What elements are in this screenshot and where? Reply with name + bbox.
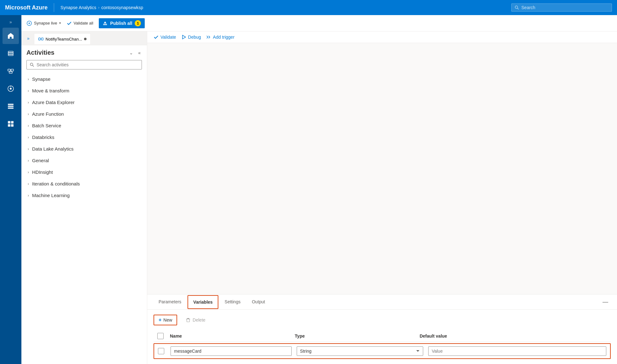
- two-panel: » NotifiyTeamsChan... Activities: [21, 31, 617, 364]
- nav-home[interactable]: [3, 28, 19, 44]
- global-search[interactable]: [511, 3, 612, 12]
- top-bar: Microsoft Azure Synapse Analytics › cont…: [0, 0, 617, 15]
- activities-search-box[interactable]: [26, 60, 142, 69]
- publish-all-button[interactable]: Publish all 1: [99, 18, 145, 28]
- trash-icon: [186, 317, 191, 323]
- canvas-space[interactable]: [147, 43, 617, 294]
- svg-rect-20: [103, 24, 107, 25]
- svg-point-10: [10, 88, 12, 90]
- svg-point-26: [30, 63, 33, 66]
- home-icon: [7, 32, 14, 40]
- hide-panel-btn[interactable]: «: [137, 50, 142, 56]
- azure-brand: Microsoft Azure: [5, 4, 48, 11]
- svg-rect-5: [8, 69, 10, 71]
- search-input[interactable]: [521, 5, 609, 10]
- list-item[interactable]: › Data Lake Analytics: [24, 143, 144, 155]
- search-icon: [515, 5, 519, 10]
- list-item[interactable]: › HDInsight: [24, 166, 144, 178]
- collapse-btn[interactable]: ⌄: [128, 50, 134, 56]
- validate-check-icon: [154, 35, 159, 40]
- minimize-panel-btn[interactable]: —: [600, 297, 611, 306]
- nav-manage[interactable]: [3, 98, 19, 114]
- header-checkbox[interactable]: [157, 333, 164, 339]
- tab-settings[interactable]: Settings: [220, 295, 246, 309]
- validate-all-button[interactable]: Validate all: [64, 19, 97, 28]
- column-type-header: Type: [295, 334, 420, 339]
- list-item[interactable]: › Move & transform: [24, 85, 144, 97]
- chevron-icon: ›: [28, 147, 29, 151]
- list-item[interactable]: › Synapse: [24, 73, 144, 85]
- nav-integrate[interactable]: [3, 63, 19, 79]
- activities-controls: ⌄ «: [128, 50, 142, 56]
- breadcrumb-arrow: ›: [98, 5, 99, 10]
- tab-output[interactable]: Output: [247, 295, 270, 309]
- manage-icon: [7, 102, 14, 110]
- column-name-header: Name: [170, 334, 295, 339]
- variables-table-header: Name Type Default value: [154, 330, 611, 342]
- integrate-icon: [7, 67, 14, 75]
- svg-line-1: [518, 8, 519, 9]
- workspace-name: contososynapsewksp: [101, 5, 143, 10]
- variable-default-input[interactable]: [428, 346, 606, 356]
- list-item[interactable]: › Azure Function: [24, 108, 144, 120]
- second-toolbar: Synapse live ▾ Validate all Publish all …: [21, 15, 617, 31]
- trigger-icon: [206, 35, 211, 40]
- debug-button[interactable]: Debug: [181, 35, 201, 40]
- pipeline-tab-item[interactable]: NotifiyTeamsChan...: [34, 33, 91, 44]
- activities-search-icon: [30, 63, 34, 67]
- synapse-live-icon: [26, 20, 32, 26]
- bottom-tabs-row: Parameters Variables Settings Output —: [147, 295, 617, 310]
- chevron-icon: ›: [28, 112, 29, 116]
- svg-rect-17: [8, 124, 10, 127]
- chevron-icon: ›: [28, 89, 29, 93]
- activities-header: Activities ⌄ «: [21, 45, 147, 59]
- new-variable-button[interactable]: + New: [154, 315, 177, 325]
- variable-type-select[interactable]: String Boolean Integer Array: [297, 346, 423, 356]
- nav-deploy[interactable]: [3, 116, 19, 132]
- debug-play-icon: [181, 35, 186, 40]
- tab-variables[interactable]: Variables: [188, 295, 218, 309]
- svg-rect-15: [8, 121, 10, 124]
- list-item[interactable]: › Databricks: [24, 131, 144, 143]
- nav-data[interactable]: [3, 45, 19, 62]
- row-checkbox[interactable]: [158, 348, 164, 354]
- svg-rect-29: [187, 318, 189, 319]
- nav-monitor[interactable]: [3, 80, 19, 97]
- list-item[interactable]: › Batch Service: [24, 120, 144, 131]
- svg-rect-16: [11, 121, 14, 124]
- chevron-icon: ›: [28, 135, 29, 140]
- panel-expand-btn[interactable]: »: [25, 34, 31, 43]
- svg-rect-13: [8, 106, 14, 107]
- main-layout: »: [0, 15, 617, 364]
- monitor-icon: [7, 85, 14, 92]
- svg-rect-4: [8, 54, 13, 56]
- add-trigger-button[interactable]: Add trigger: [206, 35, 234, 40]
- list-item[interactable]: › Machine Learning: [24, 190, 144, 201]
- chevron-icon: ›: [28, 100, 29, 105]
- delete-variable-button[interactable]: Delete: [181, 315, 210, 325]
- svg-rect-2: [8, 51, 13, 52]
- list-item[interactable]: › Azure Data Explorer: [24, 97, 144, 108]
- synapse-live-selector[interactable]: Synapse live ▾: [26, 20, 61, 26]
- top-bar-divider: [54, 3, 54, 12]
- activities-title: Activities: [26, 49, 54, 56]
- tab-parameters[interactable]: Parameters: [154, 295, 186, 309]
- content-area: Synapse live ▾ Validate all Publish all …: [21, 15, 617, 364]
- validate-button[interactable]: Validate: [154, 35, 176, 40]
- activities-search-input[interactable]: [36, 62, 138, 67]
- rail-expand-btn[interactable]: »: [8, 18, 14, 26]
- chevron-icon: ›: [28, 77, 29, 81]
- list-item[interactable]: › General: [24, 155, 144, 166]
- svg-rect-23: [39, 38, 40, 40]
- svg-rect-18: [11, 124, 14, 127]
- database-icon: [7, 50, 14, 57]
- svg-rect-3: [8, 53, 13, 54]
- pipeline-tab-strip: » NotifiyTeamsChan...: [21, 31, 147, 45]
- modified-indicator: [84, 38, 87, 40]
- pipeline-tab-name: NotifiyTeamsChan...: [46, 37, 82, 41]
- validate-icon: [67, 21, 72, 26]
- variable-row: String Boolean Integer Array: [154, 343, 611, 359]
- list-item[interactable]: › Iteration & conditionals: [24, 178, 144, 190]
- svg-rect-14: [8, 108, 14, 109]
- variable-name-input[interactable]: [171, 346, 292, 356]
